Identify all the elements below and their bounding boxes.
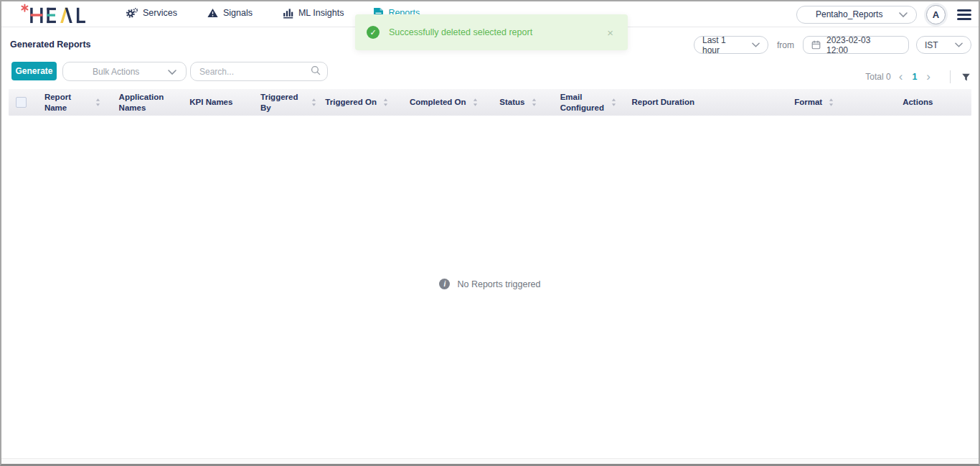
nav-item-services[interactable]: Services [119, 1, 184, 27]
nav-label: Services [143, 8, 177, 18]
total-count: Total 0 [865, 72, 890, 82]
chevron-down-icon [168, 65, 176, 78]
chevron-down-icon [752, 40, 760, 50]
pagination: Total 0 ‹ 1 › [865, 70, 971, 84]
sort-icon [383, 98, 388, 106]
chevron-down-icon [899, 8, 908, 21]
time-range-select[interactable]: Last 1 hour [694, 36, 768, 54]
avatar-initial: A [933, 9, 939, 20]
column-header-application-names: Application Names [116, 89, 186, 116]
column-header-triggered-on[interactable]: Triggered On [316, 89, 397, 116]
page-number[interactable]: 1 [910, 72, 918, 82]
time-range-value: Last 1 hour [702, 35, 745, 55]
timezone-value: IST [925, 40, 938, 50]
prev-page-icon[interactable]: ‹ [897, 70, 905, 83]
bulk-actions-placeholder: Bulk Actions [72, 67, 139, 77]
column-header-status[interactable]: Status [490, 89, 546, 116]
horizontal-scrollbar-track[interactable] [1, 458, 979, 464]
sort-icon [532, 98, 537, 106]
heal-logo-icon [20, 4, 89, 24]
select-all-cell [9, 89, 37, 116]
bulk-actions-select[interactable]: Bulk Actions [62, 62, 187, 81]
column-header-completed-on[interactable]: Completed On [397, 89, 490, 116]
page-title: Generated Reports [10, 39, 91, 50]
workspace-select[interactable]: Pentaho_Reports [796, 6, 917, 24]
user-avatar[interactable]: A [926, 5, 946, 24]
column-header-format[interactable]: Format [764, 89, 864, 116]
column-header-actions: Actions [864, 89, 971, 116]
app-window: Services Signals [0, 0, 980, 466]
datetime-input[interactable]: 2023-02-03 12:00 [803, 36, 909, 54]
table-header-row: Report Name Application Names KPI Names … [9, 89, 971, 116]
workspace-select-value: Pentaho_Reports [806, 9, 899, 19]
sort-icon [473, 98, 478, 106]
calendar-icon [811, 40, 821, 50]
sort-icon [611, 98, 616, 106]
sort-icon [829, 98, 834, 106]
empty-state: i No Reports triggered [1, 279, 979, 289]
time-range-controls: Last 1 hour from 2023-02-03 12:00 IST [694, 36, 971, 54]
generate-button[interactable]: Generate [11, 62, 57, 80]
heal-logo[interactable] [20, 1, 89, 27]
check-circle-icon: ✓ [367, 26, 380, 39]
column-header-report-name[interactable]: Report Name [37, 89, 116, 116]
success-toast: ✓ Successfully deleted selected report × [355, 14, 628, 50]
sort-icon [311, 98, 316, 106]
close-icon[interactable]: × [604, 25, 616, 40]
from-label: from [777, 40, 794, 50]
datetime-value: 2023-02-03 12:00 [826, 35, 893, 55]
nav-item-signals[interactable]: Signals [201, 1, 259, 27]
topnav-right-controls: Pentaho_Reports A [796, 1, 971, 27]
info-icon: i [439, 279, 450, 289]
search-input[interactable] [199, 67, 311, 77]
search-box [190, 62, 328, 81]
warning-icon [207, 8, 218, 18]
next-page-icon[interactable]: › [924, 70, 933, 83]
column-header-report-duration: Report Duration [630, 89, 763, 116]
toast-message: Successfully deleted selected report [389, 27, 604, 37]
chevron-down-icon [955, 40, 963, 50]
nav-label: Signals [223, 8, 253, 18]
column-header-triggered-by[interactable]: Triggered By [253, 89, 316, 116]
bar-chart-icon [283, 8, 293, 19]
column-header-kpi-names: KPI Names [185, 89, 253, 116]
nav-item-ml-insights[interactable]: ML Insights [276, 1, 350, 27]
select-all-checkbox[interactable] [16, 97, 27, 108]
divider [950, 70, 951, 83]
nav-label: ML Insights [298, 8, 344, 18]
filter-icon[interactable] [961, 72, 971, 83]
hamburger-menu-icon[interactable] [957, 9, 971, 20]
search-icon [311, 65, 321, 78]
timezone-select[interactable]: IST [916, 36, 971, 54]
column-header-email-configured[interactable]: Email Configured [546, 89, 631, 116]
empty-state-message: No Reports triggered [457, 279, 540, 289]
sort-icon [95, 98, 100, 106]
gears-icon [126, 8, 138, 19]
